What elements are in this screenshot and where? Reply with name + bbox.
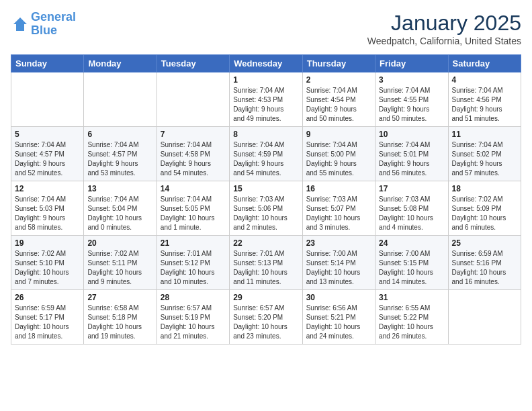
day-info: Sunrise: 7:02 AM Sunset: 5:09 PM Dayligh… bbox=[452, 195, 517, 232]
day-info: Sunrise: 7:04 AM Sunset: 4:57 PM Dayligh… bbox=[15, 140, 80, 178]
day-number: 29 bbox=[233, 293, 298, 302]
calendar-cell: 15Sunrise: 7:03 AM Sunset: 5:06 PM Dayli… bbox=[230, 181, 302, 236]
calendar-cell: 13Sunrise: 7:04 AM Sunset: 5:04 PM Dayli… bbox=[84, 181, 157, 236]
day-info: Sunrise: 7:01 AM Sunset: 5:12 PM Dayligh… bbox=[161, 249, 226, 287]
logo-icon bbox=[11, 15, 30, 34]
day-number: 10 bbox=[379, 130, 444, 139]
day-number: 19 bbox=[15, 238, 80, 248]
week-row-5: 26Sunrise: 6:59 AM Sunset: 5:17 PM Dayli… bbox=[11, 290, 521, 345]
day-info: Sunrise: 7:04 AM Sunset: 4:55 PM Dayligh… bbox=[379, 86, 444, 124]
calendar-cell: 19Sunrise: 7:02 AM Sunset: 5:10 PM Dayli… bbox=[11, 236, 84, 290]
day-number: 4 bbox=[452, 75, 517, 85]
weekday-header-tuesday: Tuesday bbox=[157, 55, 229, 73]
calendar-cell: 25Sunrise: 6:59 AM Sunset: 5:16 PM Dayli… bbox=[448, 236, 521, 290]
day-number: 7 bbox=[161, 130, 226, 139]
day-number: 21 bbox=[161, 238, 226, 248]
day-info: Sunrise: 7:04 AM Sunset: 5:01 PM Dayligh… bbox=[379, 140, 444, 178]
day-number: 31 bbox=[379, 293, 444, 302]
day-info: Sunrise: 7:04 AM Sunset: 5:02 PM Dayligh… bbox=[452, 140, 517, 178]
day-info: Sunrise: 7:04 AM Sunset: 5:00 PM Dayligh… bbox=[306, 140, 371, 178]
day-info: Sunrise: 7:04 AM Sunset: 4:59 PM Dayligh… bbox=[233, 140, 298, 178]
day-info: Sunrise: 7:04 AM Sunset: 5:05 PM Dayligh… bbox=[161, 195, 226, 232]
calendar-cell: 29Sunrise: 6:57 AM Sunset: 5:20 PM Dayli… bbox=[230, 290, 302, 345]
day-number: 1 bbox=[233, 75, 298, 85]
day-number: 28 bbox=[161, 293, 226, 302]
day-info: Sunrise: 7:04 AM Sunset: 4:54 PM Dayligh… bbox=[306, 86, 371, 124]
day-number: 2 bbox=[306, 75, 371, 85]
day-info: Sunrise: 7:04 AM Sunset: 5:04 PM Dayligh… bbox=[87, 195, 152, 232]
day-number: 24 bbox=[379, 238, 444, 248]
month-title: January 2025 bbox=[367, 11, 521, 36]
day-info: Sunrise: 7:02 AM Sunset: 5:11 PM Dayligh… bbox=[87, 249, 152, 287]
calendar-cell bbox=[448, 290, 521, 345]
weekday-header-monday: Monday bbox=[84, 55, 157, 73]
day-number: 9 bbox=[306, 130, 371, 139]
calendar-cell: 27Sunrise: 6:58 AM Sunset: 5:18 PM Dayli… bbox=[84, 290, 157, 345]
day-info: Sunrise: 6:59 AM Sunset: 5:16 PM Dayligh… bbox=[452, 249, 517, 287]
day-number: 18 bbox=[452, 184, 517, 193]
day-info: Sunrise: 7:01 AM Sunset: 5:13 PM Dayligh… bbox=[233, 249, 298, 287]
day-number: 15 bbox=[233, 184, 298, 193]
day-number: 13 bbox=[87, 184, 152, 193]
week-row-1: 1Sunrise: 7:04 AM Sunset: 4:53 PM Daylig… bbox=[11, 73, 521, 127]
calendar-cell: 20Sunrise: 7:02 AM Sunset: 5:11 PM Dayli… bbox=[84, 236, 157, 290]
weekday-header-row: SundayMondayTuesdayWednesdayThursdayFrid… bbox=[11, 55, 521, 73]
day-number: 20 bbox=[87, 238, 152, 248]
week-row-3: 12Sunrise: 7:04 AM Sunset: 5:03 PM Dayli… bbox=[11, 181, 521, 236]
calendar-cell: 11Sunrise: 7:04 AM Sunset: 5:02 PM Dayli… bbox=[448, 127, 521, 181]
day-number: 25 bbox=[452, 238, 517, 248]
day-info: Sunrise: 7:04 AM Sunset: 4:57 PM Dayligh… bbox=[87, 140, 152, 178]
day-info: Sunrise: 6:59 AM Sunset: 5:17 PM Dayligh… bbox=[15, 304, 80, 341]
calendar-cell: 30Sunrise: 6:56 AM Sunset: 5:21 PM Dayli… bbox=[302, 290, 375, 345]
calendar-cell: 24Sunrise: 7:00 AM Sunset: 5:15 PM Dayli… bbox=[375, 236, 448, 290]
title-block: January 2025 Weedpatch, California, Unit… bbox=[367, 11, 521, 46]
calendar-cell: 16Sunrise: 7:03 AM Sunset: 5:07 PM Dayli… bbox=[302, 181, 375, 236]
day-info: Sunrise: 6:57 AM Sunset: 5:20 PM Dayligh… bbox=[233, 304, 298, 341]
calendar-cell: 14Sunrise: 7:04 AM Sunset: 5:05 PM Dayli… bbox=[157, 181, 229, 236]
calendar-cell: 28Sunrise: 6:57 AM Sunset: 5:19 PM Dayli… bbox=[157, 290, 229, 345]
day-info: Sunrise: 7:04 AM Sunset: 4:53 PM Dayligh… bbox=[233, 86, 298, 124]
day-number: 6 bbox=[87, 130, 152, 139]
page-header: General Blue January 2025 Weedpatch, Cal… bbox=[11, 11, 521, 46]
day-number: 5 bbox=[15, 130, 80, 139]
calendar-cell: 8Sunrise: 7:04 AM Sunset: 4:59 PM Daylig… bbox=[230, 127, 302, 181]
day-info: Sunrise: 6:55 AM Sunset: 5:22 PM Dayligh… bbox=[379, 304, 444, 341]
day-info: Sunrise: 7:04 AM Sunset: 5:03 PM Dayligh… bbox=[15, 195, 80, 232]
day-number: 27 bbox=[87, 293, 152, 302]
weekday-header-saturday: Saturday bbox=[448, 55, 521, 73]
weekday-header-friday: Friday bbox=[375, 55, 448, 73]
logo-text: General bbox=[31, 11, 76, 24]
calendar-cell: 7Sunrise: 7:04 AM Sunset: 4:58 PM Daylig… bbox=[157, 127, 229, 181]
calendar-cell: 9Sunrise: 7:04 AM Sunset: 5:00 PM Daylig… bbox=[302, 127, 375, 181]
calendar-cell: 26Sunrise: 6:59 AM Sunset: 5:17 PM Dayli… bbox=[11, 290, 84, 345]
day-number: 26 bbox=[15, 293, 80, 302]
day-number: 17 bbox=[379, 184, 444, 193]
day-number: 23 bbox=[306, 238, 371, 248]
day-info: Sunrise: 7:04 AM Sunset: 4:58 PM Dayligh… bbox=[161, 140, 226, 178]
day-info: Sunrise: 7:04 AM Sunset: 4:56 PM Dayligh… bbox=[452, 86, 517, 124]
day-number: 3 bbox=[379, 75, 444, 85]
weekday-header-wednesday: Wednesday bbox=[230, 55, 302, 73]
day-number: 14 bbox=[161, 184, 226, 193]
calendar-cell: 18Sunrise: 7:02 AM Sunset: 5:09 PM Dayli… bbox=[448, 181, 521, 236]
calendar-cell: 3Sunrise: 7:04 AM Sunset: 4:55 PM Daylig… bbox=[375, 73, 448, 127]
logo-text-2: Blue bbox=[31, 24, 76, 38]
calendar-cell: 22Sunrise: 7:01 AM Sunset: 5:13 PM Dayli… bbox=[230, 236, 302, 290]
calendar-cell bbox=[84, 73, 157, 127]
day-info: Sunrise: 7:02 AM Sunset: 5:10 PM Dayligh… bbox=[15, 249, 80, 287]
weekday-header-sunday: Sunday bbox=[11, 55, 84, 73]
calendar-cell: 5Sunrise: 7:04 AM Sunset: 4:57 PM Daylig… bbox=[11, 127, 84, 181]
calendar-cell: 4Sunrise: 7:04 AM Sunset: 4:56 PM Daylig… bbox=[448, 73, 521, 127]
day-number: 11 bbox=[452, 130, 517, 139]
week-row-4: 19Sunrise: 7:02 AM Sunset: 5:10 PM Dayli… bbox=[11, 236, 521, 290]
day-info: Sunrise: 6:57 AM Sunset: 5:19 PM Dayligh… bbox=[161, 304, 226, 341]
calendar-cell: 17Sunrise: 7:03 AM Sunset: 5:08 PM Dayli… bbox=[375, 181, 448, 236]
calendar: SundayMondayTuesdayWednesdayThursdayFrid… bbox=[11, 54, 521, 345]
calendar-cell bbox=[11, 73, 84, 127]
weekday-header-thursday: Thursday bbox=[302, 55, 375, 73]
day-number: 12 bbox=[15, 184, 80, 193]
calendar-cell: 2Sunrise: 7:04 AM Sunset: 4:54 PM Daylig… bbox=[302, 73, 375, 127]
day-number: 16 bbox=[306, 184, 371, 193]
day-number: 22 bbox=[233, 238, 298, 248]
day-info: Sunrise: 7:03 AM Sunset: 5:08 PM Dayligh… bbox=[379, 195, 444, 232]
